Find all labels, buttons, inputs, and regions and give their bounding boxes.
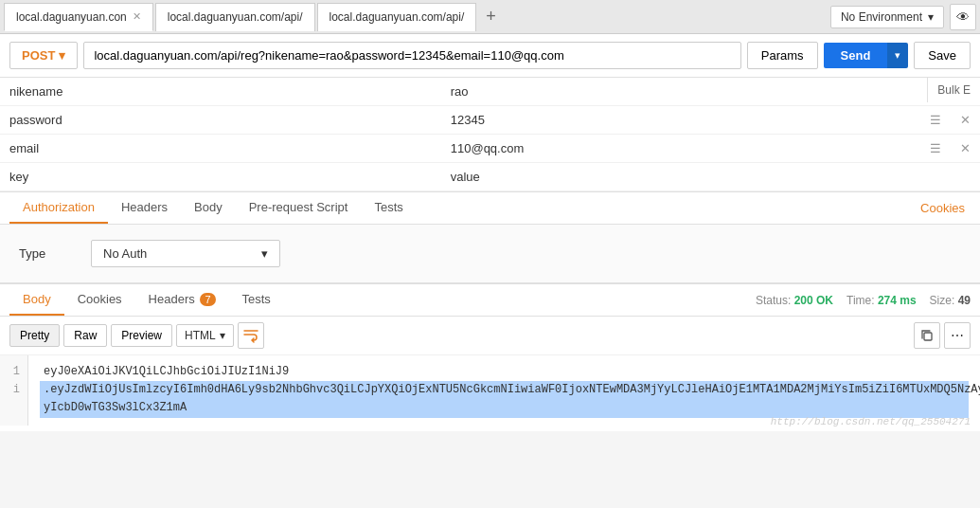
response-meta: Status: 200 OK Time: 274 ms Size: 49 (756, 294, 971, 307)
method-label: POST (22, 48, 55, 63)
copy-icon[interactable] (914, 322, 940, 349)
param-value-2[interactable]: 110@qq.com (441, 135, 920, 163)
chevron-down-icon: ▾ (928, 10, 934, 24)
response-tabs-bar: Body Cookies Headers 7 Tests Status: 200… (0, 284, 980, 317)
size-value: 49 (958, 294, 971, 307)
raw-button[interactable]: Raw (63, 324, 107, 347)
param-new-row: key value (0, 163, 980, 191)
response-tab-body[interactable]: Body (9, 284, 64, 316)
tab-3[interactable]: local.daguanyuan.com/api/ (317, 3, 477, 31)
tab-headers[interactable]: Headers (108, 192, 181, 224)
tab-2[interactable]: local.daguanyuan.com/api/ (155, 3, 315, 31)
method-button[interactable]: POST ▾ (9, 42, 78, 69)
format-value: HTML (185, 329, 216, 342)
time-label: Time: (846, 294, 875, 307)
status-value: 200 OK (794, 294, 833, 307)
tab-pre-request-script[interactable]: Pre-request Script (236, 192, 362, 224)
send-btn-group: Send ▾ (824, 43, 909, 68)
delete-icon-1[interactable]: ✕ (951, 106, 980, 135)
save-button[interactable]: Save (914, 42, 971, 69)
auth-section: Type No Auth ▾ (0, 225, 980, 283)
more-icon[interactable]: ⋯ (944, 322, 971, 349)
params-table: nikename rao ☰ ✕ password 12345 ☰ ✕ emai… (0, 78, 980, 191)
chevron-down-icon: ▾ (220, 329, 225, 342)
table-row: nikename rao ☰ ✕ (0, 78, 980, 106)
watermark: http://blog.csdn.net/qq_25504271 (771, 416, 971, 427)
code-content: eyJ0eXAiOiJKV1QiLCJhbGciOiJIUzI1NiJ9 .ey… (28, 355, 980, 426)
response-tab-tests[interactable]: Tests (229, 284, 284, 316)
headers-badge: 7 (200, 293, 215, 306)
auth-type-label: Type (19, 246, 76, 261)
tab-authorization[interactable]: Authorization (9, 192, 108, 224)
response-section: Body Cookies Headers 7 Tests Status: 200… (0, 283, 980, 431)
param-key-0[interactable]: nikename (0, 78, 441, 106)
param-value-0[interactable]: rao (441, 78, 920, 106)
env-label: No Environment (841, 10, 922, 24)
request-tabs-bar: Authorization Headers Body Pre-request S… (0, 192, 980, 225)
tab-tests[interactable]: Tests (361, 192, 416, 224)
tab-body[interactable]: Body (181, 192, 236, 224)
auth-type-select[interactable]: No Auth ▾ (91, 240, 280, 267)
eye-icon[interactable]: 👁 (950, 4, 976, 30)
tab-3-label: local.daguanyuan.com/api/ (330, 10, 465, 24)
table-row: password 12345 ☰ ✕ (0, 106, 980, 135)
param-value-1[interactable]: 12345 (441, 106, 920, 135)
delete-icon-2[interactable]: ✕ (951, 135, 980, 163)
status-label: Status: (756, 294, 791, 307)
cookies-link[interactable]: Cookies (915, 193, 971, 223)
line-numbers: 1 i (0, 355, 28, 426)
reorder-icon-2[interactable]: ☰ (920, 135, 951, 163)
environment-select[interactable]: No Environment ▾ (830, 6, 944, 28)
response-tab-headers[interactable]: Headers 7 (135, 284, 229, 316)
tab-1-label: local.daguanyuan.con (16, 10, 127, 24)
time-value: 274 ms (878, 294, 917, 307)
svg-rect-0 (924, 333, 932, 340)
chevron-down-icon: ▾ (59, 48, 65, 63)
code-line-1: eyJ0eXAiOiJKV1QiLCJhbGciOiJIUzI1NiJ9 (40, 363, 969, 381)
chevron-down-icon: ▾ (261, 246, 268, 261)
preview-button[interactable]: Preview (111, 324, 172, 347)
param-key-1[interactable]: password (0, 106, 441, 135)
wrap-icon[interactable] (238, 322, 264, 349)
response-body: 1 i eyJ0eXAiOiJKV1QiLCJhbGciOiJIUzI1NiJ9… (0, 355, 980, 431)
tab-1[interactable]: local.daguanyuan.con ✕ (4, 3, 153, 31)
auth-type-value: No Auth (103, 246, 254, 261)
tab-bar: local.daguanyuan.con ✕ local.daguanyuan.… (0, 0, 980, 34)
param-key-2[interactable]: email (0, 135, 441, 163)
send-dropdown-button[interactable]: ▾ (887, 43, 908, 68)
code-line-i: .eyJzdWIiOjUsImlzcyI6Imh0dHA6Ly9sb2NhbGh… (40, 381, 969, 417)
table-row: email 110@qq.com ☰ ✕ (0, 135, 980, 163)
response-tab-cookies[interactable]: Cookies (64, 284, 135, 316)
param-value-placeholder[interactable]: value (441, 163, 920, 191)
size-label: Size: (930, 294, 955, 307)
url-bar: POST ▾ Params Send ▾ Save (0, 34, 980, 78)
tab-2-label: local.daguanyuan.com/api/ (168, 10, 303, 24)
send-button[interactable]: Send (824, 43, 888, 68)
params-section: nikename rao ☰ ✕ password 12345 ☰ ✕ emai… (0, 78, 980, 192)
format-select[interactable]: HTML ▾ (176, 324, 234, 347)
tab-1-close[interactable]: ✕ (133, 10, 141, 23)
pretty-button[interactable]: Pretty (9, 324, 60, 347)
add-tab-button[interactable]: + (478, 7, 504, 27)
url-input[interactable] (83, 42, 740, 69)
response-toolbar: Pretty Raw Preview HTML ▾ ⋯ (0, 317, 980, 355)
reorder-icon-1[interactable]: ☰ (920, 106, 951, 135)
params-button[interactable]: Params (747, 42, 818, 69)
param-key-placeholder[interactable]: key (0, 163, 441, 191)
bulk-edit-button[interactable]: Bulk E (927, 78, 980, 102)
